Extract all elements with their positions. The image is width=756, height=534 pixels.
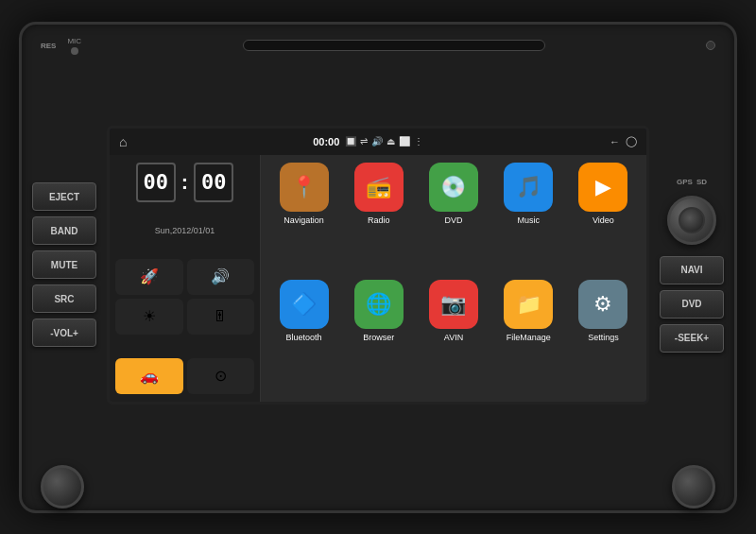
car-icon: 🚗 xyxy=(140,367,159,385)
res-label: RES xyxy=(41,42,56,50)
status-icon-3: 🔊 xyxy=(371,136,383,146)
screen-container: ⌂ 00:00 🔲 ⇌ 🔊 ⏏ ⬜ ⋮ ← xyxy=(107,126,649,405)
app-label-browser: Browser xyxy=(363,333,394,342)
left-knob[interactable] xyxy=(41,465,84,508)
brightness-icon-cell[interactable]: ☀ xyxy=(115,299,183,335)
status-icon-2: ⇌ xyxy=(360,136,368,146)
app-icon-navigation: 📍 xyxy=(280,163,329,212)
left-buttons: EJECT BAND MUTE SRC -VOL+ xyxy=(22,67,107,463)
app-icon-video: ▶ xyxy=(578,163,627,212)
app-icon-settings: ⚙ xyxy=(578,280,627,329)
sd-label: SD xyxy=(696,178,707,186)
status-icon-6: ⋮ xyxy=(414,136,423,146)
app-label-bluetooth: Bluetooth xyxy=(286,333,322,342)
app-filemanager[interactable]: 📁FileManage xyxy=(493,280,564,342)
bottom-bar xyxy=(22,463,734,510)
right-knob[interactable] xyxy=(672,465,715,508)
app-label-radio: Radio xyxy=(368,215,390,225)
src-button[interactable]: SRC xyxy=(32,284,96,313)
status-center: 00:00 🔲 ⇌ 🔊 ⏏ ⬜ ⋮ xyxy=(313,136,423,147)
android-screen: ⌂ 00:00 🔲 ⇌ 🔊 ⏏ ⬜ ⋮ ← xyxy=(110,129,646,402)
speaker-icon: 🔊 xyxy=(211,267,230,285)
app-label-filemanager: FileManage xyxy=(507,333,551,342)
clock-separator: : xyxy=(181,170,188,195)
middle-section: EJECT BAND MUTE SRC -VOL+ ⌂ 00:00 🔲 ⇌ 🔊 xyxy=(22,67,734,463)
app-music[interactable]: 🎵Music xyxy=(493,163,564,225)
status-icon-1: 🔲 xyxy=(345,136,356,146)
app-video[interactable]: ▶Video xyxy=(568,163,639,225)
app-icon-music: 🎵 xyxy=(504,163,553,212)
cd-slot xyxy=(243,40,545,51)
status-icon-4: ⏏ xyxy=(387,136,395,146)
app-radio[interactable]: 📻Radio xyxy=(343,163,414,225)
app-label-avin: AVIN xyxy=(444,333,463,342)
app-label-navigation: Navigation xyxy=(284,215,324,225)
clock-hours: 00 xyxy=(136,163,176,202)
clock-display: 00 : 00 xyxy=(136,163,233,202)
mute-button[interactable]: MUTE xyxy=(32,250,96,279)
car-head-unit: RES MIC EJECT BAND MUTE SRC -VOL+ ⌂ xyxy=(19,22,737,513)
status-icon-5: ⬜ xyxy=(399,136,410,146)
seek-button[interactable]: -SEEK+ xyxy=(660,324,724,353)
screen-content: 00 : 00 Sun,2012/01/01 🚀 🔊 xyxy=(110,155,646,402)
navi-button[interactable]: NAVI xyxy=(660,256,724,284)
home-icon[interactable]: ⌂ xyxy=(119,134,127,149)
car-icon-cell[interactable]: 🚗 xyxy=(115,358,183,394)
app-icon-avin: 📷 xyxy=(429,280,478,329)
mic-label: MIC xyxy=(67,37,81,45)
top-bar: RES MIC xyxy=(22,25,734,67)
rocket-icon: 🚀 xyxy=(140,267,159,285)
brightness-icon: ☀ xyxy=(143,307,156,325)
eject-button[interactable]: EJECT xyxy=(32,182,96,211)
app-icon-browser: 🌐 xyxy=(354,280,404,329)
app-navigation[interactable]: 📍Navigation xyxy=(268,163,339,225)
mic-dot xyxy=(71,47,78,55)
app-browser[interactable]: 🌐Browser xyxy=(343,280,414,342)
top-left-controls: RES MIC xyxy=(41,37,81,55)
app-label-music: Music xyxy=(517,215,540,225)
dvd-right-button[interactable]: DVD xyxy=(660,290,724,319)
vol-button[interactable]: -VOL+ xyxy=(32,319,96,347)
mic-area: MIC xyxy=(67,37,81,55)
apps-grid: 📍Navigation📻Radio💿DVD🎵Music▶Video🔷Blueto… xyxy=(261,155,646,402)
app-label-settings: Settings xyxy=(588,333,619,342)
app-icon-dvd: 💿 xyxy=(429,163,478,212)
band-button[interactable]: BAND xyxy=(32,216,96,245)
dial-knob[interactable] xyxy=(667,196,716,245)
app-icon-filemanager: 📁 xyxy=(504,280,553,329)
status-bar: ⌂ 00:00 🔲 ⇌ 🔊 ⏏ ⬜ ⋮ ← xyxy=(110,129,646,155)
app-label-video: Video xyxy=(593,215,614,225)
app-dvd[interactable]: 💿DVD xyxy=(418,163,489,225)
widget-icons: 🚀 🔊 ☀ 🎚 xyxy=(115,259,254,335)
rocket-icon-cell[interactable]: 🚀 xyxy=(115,259,183,295)
app-settings[interactable]: ⚙Settings xyxy=(568,280,639,342)
circles-icon: ⊙ xyxy=(215,367,227,385)
right-buttons: GPS SD NAVI DVD -SEEK+ xyxy=(649,67,734,463)
equalizer-icon: 🎚 xyxy=(213,308,228,325)
clock-date: Sun,2012/01/01 xyxy=(155,226,215,235)
gps-label: GPS xyxy=(677,178,693,186)
clock-widget: 00 : 00 Sun,2012/01/01 🚀 🔊 xyxy=(110,155,261,402)
status-icons: 🔲 ⇌ 🔊 ⏏ ⬜ ⋮ xyxy=(345,136,423,146)
circles-icon-cell[interactable]: ⊙ xyxy=(187,358,255,394)
home-nav-icon[interactable]: ◯ xyxy=(626,135,637,147)
app-icon-radio: 📻 xyxy=(354,163,404,212)
speaker-icon-cell[interactable]: 🔊 xyxy=(187,259,255,295)
equalizer-icon-cell[interactable]: 🎚 xyxy=(187,299,255,335)
bottom-widget-icons: 🚗 ⊙ xyxy=(115,358,254,394)
status-time: 00:00 xyxy=(313,136,339,147)
gps-sd-area: GPS SD xyxy=(677,178,707,186)
clock-minutes: 00 xyxy=(194,163,233,202)
app-label-dvd: DVD xyxy=(444,215,462,225)
app-icon-bluetooth: 🔷 xyxy=(280,280,329,329)
top-right-dot xyxy=(706,41,715,50)
app-avin[interactable]: 📷AVIN xyxy=(418,280,489,342)
status-right: ← ◯ xyxy=(610,135,637,147)
app-bluetooth[interactable]: 🔷Bluetooth xyxy=(268,280,339,342)
back-nav-icon[interactable]: ← xyxy=(610,136,620,147)
dial-inner xyxy=(679,207,705,233)
